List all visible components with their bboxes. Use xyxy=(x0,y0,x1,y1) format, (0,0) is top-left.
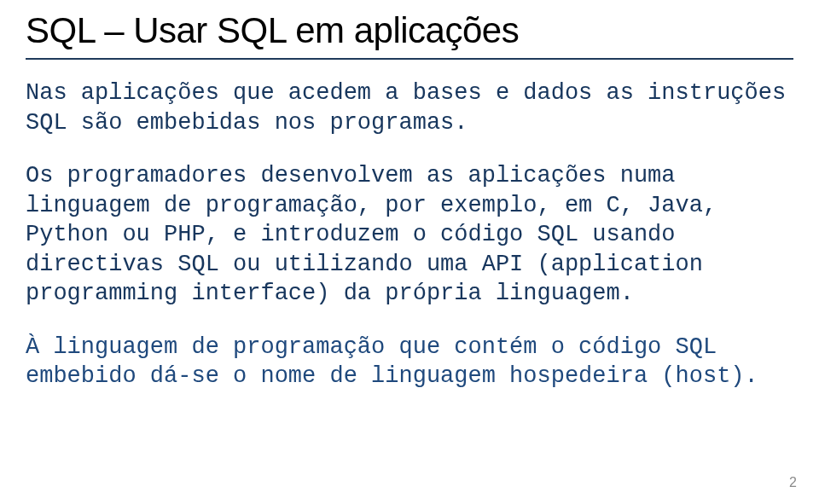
slide-title: SQL – Usar SQL em aplicações xyxy=(26,10,793,60)
paragraph-3: À linguagem de programação que contém o … xyxy=(26,333,793,391)
paragraph-1: Nas aplicações que acedem a bases e dado… xyxy=(26,78,793,137)
page-number: 2 xyxy=(789,475,797,490)
slide-body: Nas aplicações que acedem a bases e dado… xyxy=(26,78,793,391)
paragraph-2: Os programadores desenvolvem as aplicaçõ… xyxy=(26,161,793,309)
